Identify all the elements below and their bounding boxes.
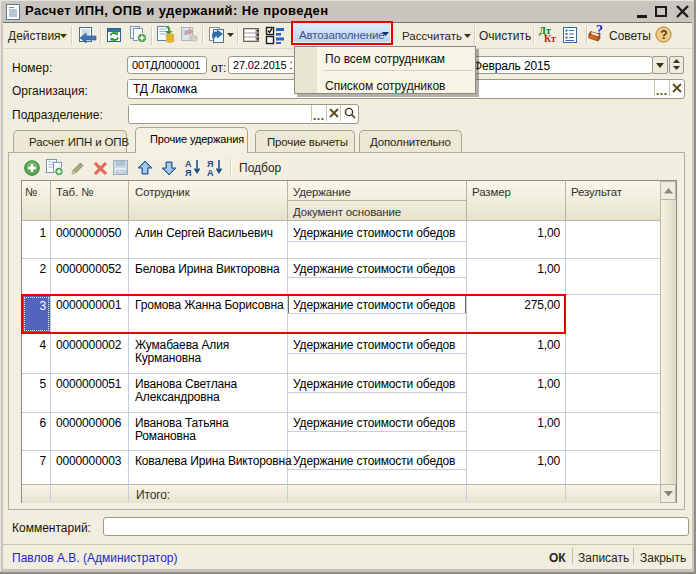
svg-text:Я: Я [185,168,191,178]
svg-text:ЕОК: ЕОК [116,169,128,175]
svg-text:?: ? [660,28,667,42]
svg-text:А: А [207,168,214,178]
